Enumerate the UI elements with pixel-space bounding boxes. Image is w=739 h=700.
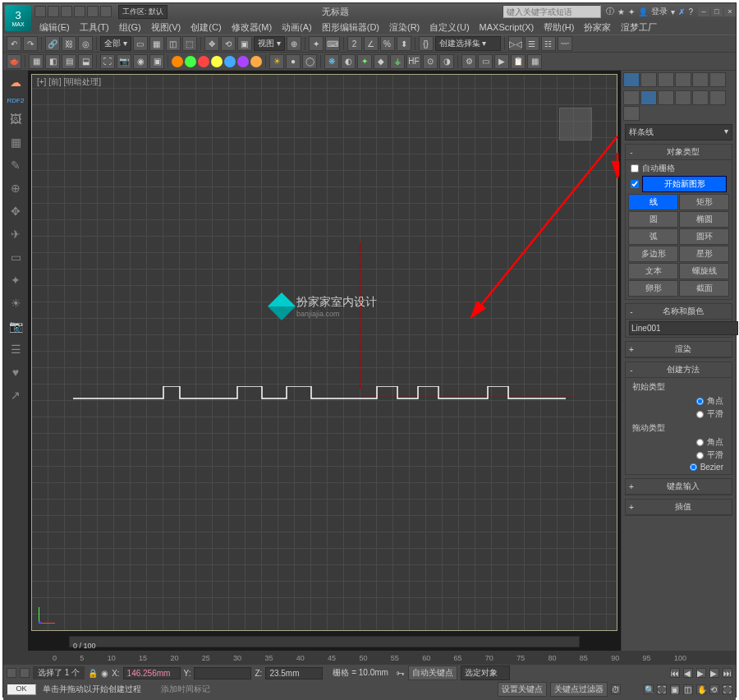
tool-icon[interactable]: ⛶	[100, 54, 115, 69]
render-frame-icon[interactable]: ▭	[478, 54, 493, 69]
autokey-button[interactable]: 自动关键点	[408, 665, 457, 680]
share-icon[interactable]: ↗	[7, 387, 24, 403]
rollout-header[interactable]: +插值	[626, 500, 732, 515]
select-icon[interactable]: ▭	[133, 36, 148, 51]
trackbar-icon[interactable]	[7, 668, 16, 678]
keyfilter-button[interactable]: 关键点过滤器	[550, 682, 608, 697]
color-yellow-icon[interactable]	[211, 56, 223, 67]
color-blue-icon[interactable]	[224, 56, 236, 67]
object-type-button[interactable]: 文本	[628, 263, 678, 279]
menu-views[interactable]: 视图(V)	[146, 20, 186, 35]
tool-icon[interactable]: ⬓	[78, 54, 93, 69]
object-type-button[interactable]: 圆环	[679, 228, 729, 245]
mirror-icon[interactable]: ▷◁	[508, 36, 523, 51]
object-type-button[interactable]: 矩形	[679, 194, 729, 210]
time-slider-track[interactable]: 0 / 100	[69, 636, 580, 647]
start-new-shape-button[interactable]: 开始新图形	[642, 176, 727, 192]
color-green-icon[interactable]	[185, 56, 196, 67]
cat-lights[interactable]	[658, 90, 674, 105]
object-type-button[interactable]: 螺旋线	[679, 263, 729, 279]
object-type-button[interactable]: 卵形	[628, 280, 678, 297]
qat-save-icon[interactable]	[61, 6, 72, 17]
snap-angle-icon[interactable]: ∠	[364, 36, 379, 51]
orbit-icon[interactable]: ⟲	[709, 684, 719, 694]
goto-end-icon[interactable]: ⏭	[723, 668, 732, 678]
target-icon[interactable]: ⊕	[7, 180, 24, 196]
key-icon[interactable]: 🗝	[397, 669, 405, 678]
menu-rdf[interactable]: 渲梦工厂	[616, 20, 662, 35]
plane-icon[interactable]: ✈	[7, 226, 24, 242]
color-purple-icon[interactable]	[237, 56, 249, 67]
y-coord-input[interactable]	[194, 667, 251, 679]
sun-icon[interactable]: ☀	[269, 54, 284, 69]
maximize-button[interactable]: □	[711, 7, 723, 16]
scale-icon[interactable]: ▣	[237, 36, 252, 51]
select-name-icon[interactable]: ▦	[149, 36, 164, 51]
rollout-header[interactable]: +渲染	[626, 342, 732, 357]
menu-help[interactable]: 帮助(H)	[539, 20, 579, 35]
viewport-label[interactable]: [+] [前] [明暗处理]	[37, 76, 101, 88]
menu-customize[interactable]: 自定义(U)	[425, 20, 474, 35]
share-icon[interactable]: ✦	[628, 7, 635, 16]
tool-icon[interactable]: ▦	[527, 54, 542, 69]
tool-icon[interactable]: ▤	[62, 54, 76, 69]
initial-corner-radio[interactable]	[696, 398, 704, 405]
menu-create[interactable]: 创建(C)	[186, 20, 226, 35]
curve-editor-icon[interactable]: 〰	[558, 36, 572, 51]
tool-icon[interactable]: ◆	[374, 54, 388, 69]
object-type-button[interactable]: 截面	[679, 280, 729, 297]
tool-icon[interactable]: ✦	[357, 54, 372, 69]
shape-type-dropdown[interactable]: 样条线▾	[625, 124, 732, 140]
object-type-button[interactable]: 圆	[628, 211, 678, 228]
menu-tools[interactable]: 工具(T)	[75, 20, 114, 35]
rollout-header[interactable]: -创建方法	[626, 362, 732, 378]
sphere-icon[interactable]: ◉	[101, 669, 108, 678]
autogrid-checkbox[interactable]	[631, 164, 639, 173]
z-coord-input[interactable]	[265, 667, 323, 679]
fov-icon[interactable]: ◫	[683, 684, 693, 694]
color-red-icon[interactable]	[198, 56, 209, 67]
goto-start-icon[interactable]: ⏮	[670, 668, 680, 678]
tab-motion[interactable]	[675, 72, 691, 87]
stack-icon[interactable]: ☰	[7, 341, 24, 357]
object-name-input[interactable]	[629, 321, 738, 335]
maximize-viewport-icon[interactable]: ⛶	[723, 684, 732, 694]
menu-graph-editors[interactable]: 图形编辑器(D)	[317, 20, 384, 35]
prev-frame-icon[interactable]: ◀	[683, 668, 693, 678]
tool-icon[interactable]: ◑	[439, 54, 454, 69]
tab-hierarchy[interactable]	[658, 72, 674, 87]
render-icon[interactable]: ▶	[494, 54, 509, 69]
script-status[interactable]: OK	[7, 684, 36, 695]
named-selection-dropdown[interactable]: 创建选择集 ▾	[435, 36, 501, 51]
tool-icon[interactable]: ◧	[45, 54, 60, 69]
undo-icon[interactable]: ↶	[7, 36, 21, 51]
star-icon[interactable]: ★	[617, 7, 625, 16]
link-icon[interactable]: 🔗	[45, 36, 60, 51]
rollout-header[interactable]: -对象类型	[626, 145, 732, 160]
cat-shapes[interactable]	[640, 90, 657, 105]
named-sets-icon[interactable]: {}	[419, 36, 434, 51]
qat-new-icon[interactable]	[34, 6, 46, 17]
move-icon[interactable]: ✥	[7, 203, 24, 219]
drag-smooth-radio[interactable]	[696, 452, 704, 459]
render-setup-icon[interactable]: ⚙	[461, 54, 476, 69]
tool-icon[interactable]: ◐	[341, 54, 356, 69]
tool-icon[interactable]: HF	[406, 54, 421, 69]
layers-icon[interactable]: ☷	[541, 36, 556, 51]
cat-cameras[interactable]	[675, 90, 691, 105]
zoom-extents-icon[interactable]: ▣	[670, 684, 680, 694]
teapot-icon[interactable]: 🫖	[7, 54, 21, 69]
camera-icon[interactable]: 📷	[7, 318, 24, 334]
tool-icon[interactable]: ◉	[133, 54, 148, 69]
next-frame-icon[interactable]: ▶	[709, 668, 719, 678]
x-coord-input[interactable]	[123, 667, 181, 679]
window-crossing-icon[interactable]: ⬚	[182, 36, 197, 51]
menu-animation[interactable]: 动画(A)	[277, 20, 317, 35]
menu-maxscript[interactable]: MAXScript(X)	[475, 21, 539, 34]
edit-icon[interactable]: ✎	[7, 157, 24, 173]
manip-icon[interactable]: ✦	[309, 36, 324, 51]
login-link[interactable]: 登录	[651, 6, 668, 17]
qat-link-icon[interactable]	[100, 6, 112, 17]
snap-2d-icon[interactable]: 2	[347, 36, 362, 51]
time-config-icon[interactable]: ⏱	[611, 684, 621, 694]
